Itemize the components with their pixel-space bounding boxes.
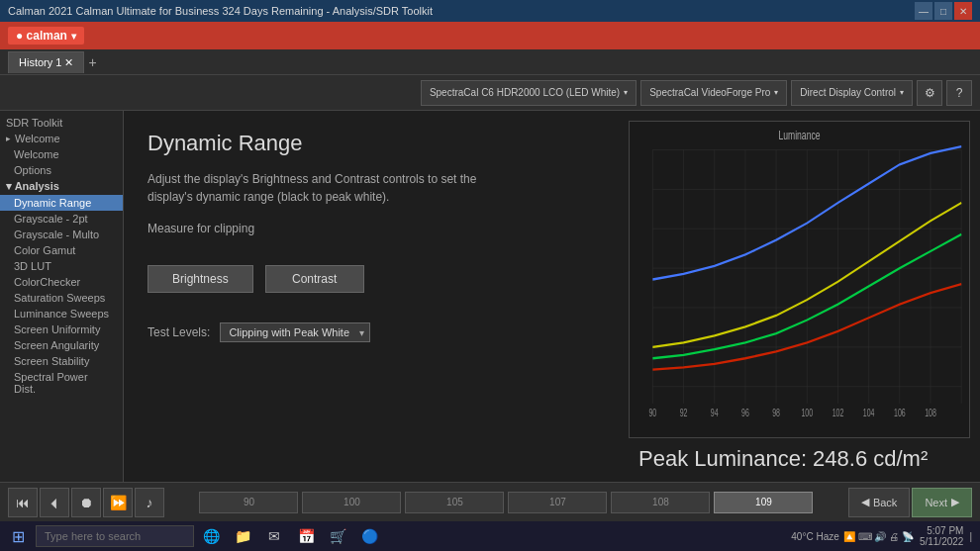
info-icon-button[interactable]: ?	[946, 80, 972, 106]
svg-text:106: 106	[894, 408, 906, 419]
svg-rect-0	[630, 122, 969, 437]
sidebar: SDR Toolkit ▸ Welcome Welcome Options ▾ …	[0, 111, 124, 482]
sidebar-item-screen-uniformity[interactable]: Screen Uniformity	[0, 321, 123, 337]
tab-label: History 1	[19, 56, 61, 68]
svg-text:102: 102	[833, 408, 844, 419]
back-icon-button[interactable]: ⏴	[40, 488, 69, 517]
back-arrow-icon: ◀	[861, 496, 869, 508]
minimize-button[interactable]: —	[915, 2, 932, 20]
forward-button[interactable]: ⏩	[103, 488, 133, 517]
right-panel: Luminance	[619, 111, 980, 482]
sidebar-toolkit-text: SDR Toolkit	[6, 117, 62, 129]
nav-transport-buttons: ⏮ ⏴ ⏺ ⏩ ♪	[8, 488, 164, 517]
svg-text:96: 96	[741, 408, 749, 419]
titlebar-left: Calman 2021 Calman Ultimate for Business…	[8, 5, 433, 17]
step-107[interactable]: 107	[508, 492, 607, 513]
device3-label: Direct Display Control	[800, 87, 896, 98]
add-tab-button[interactable]: +	[88, 54, 96, 70]
step-108[interactable]: 108	[611, 492, 710, 513]
device3-button[interactable]: Direct Display Control ▾	[791, 80, 913, 106]
sidebar-item-welcome[interactable]: Welcome	[0, 146, 123, 162]
sidebar-item-colorchecker[interactable]: ColorChecker	[0, 274, 123, 290]
maximize-button[interactable]: □	[934, 2, 952, 20]
step-90[interactable]: 90	[199, 492, 298, 513]
logo-text: ● calman	[16, 29, 67, 43]
next-button[interactable]: Next ▶	[912, 488, 972, 517]
svg-text:94: 94	[711, 408, 719, 419]
contrast-button[interactable]: Contrast	[265, 265, 364, 293]
device2-label: SpectraCal VideoForge Pro	[649, 87, 770, 98]
page-title: Dynamic Range	[147, 131, 595, 156]
chart-title: Luminance	[779, 129, 821, 142]
sidebar-welcome-section[interactable]: ▸ Welcome	[0, 131, 123, 146]
audio-button[interactable]: ♪	[135, 488, 164, 517]
step-100[interactable]: 100	[302, 492, 401, 513]
brightness-button[interactable]: Brightness	[147, 265, 253, 293]
windows-taskbar: ⊞ 🌐 📁 ✉ 📅 🛒 🔵 40°C Haze 🔼 ⌨ 🔊 🖨 📡 5:07 P…	[0, 521, 980, 551]
taskbar-store-icon[interactable]: 🛒	[325, 523, 350, 549]
time-value: 5:07 PM	[920, 525, 964, 536]
taskbar-time: 5:07 PM 5/11/2022	[920, 525, 964, 547]
measure-text: Measure for clipping	[147, 222, 595, 235]
test-levels-select-wrapper: Clipping with Peak White	[220, 322, 370, 342]
sidebar-item-screen-stability[interactable]: Screen Stability	[0, 353, 123, 369]
device1-button[interactable]: SpectraCal C6 HDR2000 LCO (LED White) ▾	[421, 80, 637, 106]
sidebar-item-options[interactable]: Options	[0, 162, 123, 178]
progress-steps: 90 100 105 107 108 109	[199, 492, 813, 513]
sidebar-item-color-gamut[interactable]: Color Gamut	[0, 242, 123, 258]
sidebar-item-grayscale-2pt[interactable]: Grayscale - 2pt	[0, 211, 123, 227]
sidebar-item-screen-angularity[interactable]: Screen Angularity	[0, 337, 123, 353]
content-area: Dynamic Range Adjust the display's Brigh…	[124, 111, 980, 482]
search-input[interactable]	[36, 525, 194, 547]
next-arrow-icon: ▶	[951, 496, 959, 508]
back-label: Back	[873, 497, 897, 508]
page-description: Adjust the display's Brightness and Cont…	[147, 170, 524, 206]
bottombar: ⏮ ⏴ ⏺ ⏩ ♪ 90 100 105 107 108 109 ◀ Back …	[0, 482, 980, 521]
taskbar-file-icon[interactable]: 📁	[230, 523, 255, 549]
record-button[interactable]: ⏺	[71, 488, 101, 517]
step-105[interactable]: 105	[405, 492, 504, 513]
luminance-chart: Luminance	[630, 122, 969, 437]
back-button[interactable]: ◀ Back	[848, 488, 910, 517]
taskbar-right: 40°C Haze 🔼 ⌨ 🔊 🖨 📡 5:07 PM 5/11/2022 |	[791, 525, 976, 547]
tab-history1[interactable]: History 1 ✕	[8, 51, 84, 73]
calman-logo[interactable]: ● calman ▾	[8, 27, 84, 45]
close-button[interactable]: ✕	[954, 2, 972, 20]
device3-arrow: ▾	[900, 88, 904, 97]
start-button[interactable]: ⊞	[4, 523, 32, 549]
sidebar-toolkit-label: SDR Toolkit	[0, 115, 123, 131]
svg-text:100: 100	[801, 408, 813, 419]
sidebar-analysis-section[interactable]: ▾ Analysis	[0, 178, 123, 195]
step-109[interactable]: 109	[714, 492, 813, 513]
sidebar-item-spectral-power[interactable]: Spectral Power Dist.	[0, 369, 123, 397]
device1-arrow: ▾	[624, 88, 628, 97]
test-levels-select[interactable]: Clipping with Peak White	[220, 322, 370, 342]
taskbar-calendar-icon[interactable]: 📅	[293, 523, 319, 549]
taskbar-mail-icon[interactable]: ✉	[261, 523, 287, 549]
show-desktop-button[interactable]: |	[969, 531, 972, 542]
date-value: 5/11/2022	[920, 536, 964, 547]
sidebar-analysis-label: Analysis	[15, 180, 59, 192]
titlebar-title: Calman 2021 Calman Ultimate for Business…	[8, 5, 433, 17]
svg-text:92: 92	[680, 408, 688, 419]
device2-button[interactable]: SpectraCal VideoForge Pro ▾	[640, 80, 787, 106]
main-area: SDR Toolkit ▸ Welcome Welcome Options ▾ …	[0, 111, 980, 482]
titlebar-controls: — □ ✕	[915, 2, 972, 20]
devicebar: SpectraCal C6 HDR2000 LCO (LED White) ▾ …	[0, 75, 980, 111]
taskbar-browser-icon[interactable]: 🔵	[356, 523, 382, 549]
svg-text:98: 98	[772, 408, 780, 419]
sidebar-item-grayscale-multo[interactable]: Grayscale - Multo	[0, 227, 123, 242]
sidebar-item-saturation-sweeps[interactable]: Saturation Sweeps	[0, 290, 123, 306]
systray: 40°C Haze 🔼 ⌨ 🔊 🖨 📡	[791, 531, 914, 542]
sidebar-item-dynamic-range[interactable]: Dynamic Range	[0, 195, 123, 211]
sidebar-item-3d-lut[interactable]: 3D LUT	[0, 258, 123, 274]
tabbar: History 1 ✕ +	[0, 49, 980, 75]
sidebar-item-luminance-sweeps[interactable]: Luminance Sweeps	[0, 306, 123, 321]
test-levels-row: Test Levels: Clipping with Peak White	[147, 322, 595, 342]
rewind-button[interactable]: ⏮	[8, 488, 38, 517]
svg-text:90: 90	[648, 408, 656, 419]
menu-dropdown-arrow[interactable]: ▾	[71, 31, 76, 42]
svg-text:104: 104	[863, 408, 875, 419]
settings-icon-button[interactable]: ⚙	[917, 80, 942, 106]
taskbar-edge-icon[interactable]: 🌐	[198, 523, 224, 549]
